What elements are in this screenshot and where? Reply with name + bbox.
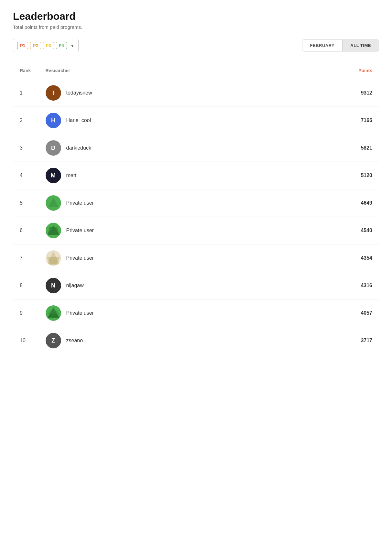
points-cell: 5821	[275, 134, 379, 162]
all-time-filter-button[interactable]: ALL TIME	[343, 40, 379, 51]
researcher-name[interactable]: Private user	[66, 310, 94, 316]
table-row: 3 D darkieduck 5821	[13, 134, 379, 162]
researcher-cell: Z zseano	[39, 327, 275, 355]
avatar: H	[46, 113, 61, 128]
researcher-name[interactable]: Private user	[66, 200, 94, 206]
points-cell: 3717	[275, 327, 379, 355]
table-row: 8 N nijagaw 4316	[13, 272, 379, 299]
rank-cell: 9	[13, 299, 39, 327]
pill-p1[interactable]: P1	[17, 42, 28, 49]
filter-pills: P1 P2 P3 P4 ▼	[13, 39, 79, 52]
table-row: 9 Private user 4057	[13, 299, 379, 327]
researcher-name[interactable]: Private user	[66, 255, 94, 261]
avatar: D	[46, 140, 61, 156]
researcher-cell: Private user	[39, 299, 275, 327]
table-row: 1 T todayisnew 9312	[13, 79, 379, 107]
avatar	[46, 195, 61, 211]
time-filter: FEBRUARY ALL TIME	[302, 40, 379, 51]
researcher-cell: Private user	[39, 244, 275, 272]
svg-marker-4	[48, 227, 59, 235]
controls-row: P1 P2 P3 P4 ▼ FEBRUARY ALL TIME	[13, 39, 379, 52]
table-row: 10 Z zseano 3717	[13, 327, 379, 355]
researcher-cell: T todayisnew	[39, 79, 275, 107]
researcher-cell: M mert	[39, 162, 275, 189]
table-row: 5 Private user 4649	[13, 189, 379, 217]
rank-cell: 5	[13, 189, 39, 217]
rank-cell: 2	[13, 107, 39, 134]
rank-cell: 4	[13, 162, 39, 189]
avatar	[46, 305, 61, 321]
rank-cell: 10	[13, 327, 39, 355]
researcher-name[interactable]: nijagaw	[66, 283, 84, 288]
points-cell: 9312	[275, 79, 379, 107]
rank-cell: 3	[13, 134, 39, 162]
pill-p4[interactable]: P4	[56, 42, 67, 49]
points-cell: 4354	[275, 244, 379, 272]
points-cell: 7165	[275, 107, 379, 134]
researcher-cell: Private user	[39, 189, 275, 217]
points-cell: 5120	[275, 162, 379, 189]
researcher-cell: Private user	[39, 217, 275, 244]
researcher-name[interactable]: Harie_cool	[66, 118, 91, 123]
researcher-name[interactable]: mert	[66, 173, 77, 178]
researcher-cell: N nijagaw	[39, 272, 275, 299]
rank-header: Rank	[13, 62, 39, 79]
researcher-name[interactable]: Private user	[66, 228, 94, 233]
leaderboard-table: Rank Researcher Points 1 T todayisnew 93…	[13, 62, 379, 355]
researcher-name[interactable]: zseano	[66, 338, 83, 344]
points-cell: 4649	[275, 189, 379, 217]
pill-p2[interactable]: P2	[30, 42, 41, 49]
february-filter-button[interactable]: FEBRUARY	[302, 40, 343, 51]
points-header: Points	[275, 62, 379, 79]
avatar: Z	[46, 333, 61, 348]
table-row: 6 Private user 4540	[13, 217, 379, 244]
researcher-name[interactable]: darkieduck	[66, 145, 91, 151]
researcher-cell: D darkieduck	[39, 134, 275, 162]
page-subtitle: Total points from paid programs.	[13, 24, 379, 30]
page-title: Leaderboard	[13, 10, 379, 22]
pill-p3[interactable]: P3	[43, 42, 54, 49]
avatar: M	[46, 168, 61, 183]
points-cell: 4057	[275, 299, 379, 327]
table-row: 2 H Harie_cool 7165	[13, 107, 379, 134]
rank-cell: 1	[13, 79, 39, 107]
avatar	[46, 250, 61, 266]
rank-cell: 7	[13, 244, 39, 272]
rank-cell: 8	[13, 272, 39, 299]
points-cell: 4316	[275, 272, 379, 299]
researcher-name[interactable]: todayisnew	[66, 90, 92, 96]
table-row: 4 M mert 5120	[13, 162, 379, 189]
table-header-row: Rank Researcher Points	[13, 62, 379, 79]
points-cell: 4540	[275, 217, 379, 244]
avatar: T	[46, 85, 61, 101]
filter-dropdown-arrow[interactable]: ▼	[70, 43, 75, 48]
researcher-cell: H Harie_cool	[39, 107, 275, 134]
researcher-header: Researcher	[39, 62, 275, 79]
table-row: 7 Private user 4354	[13, 244, 379, 272]
avatar: N	[46, 278, 61, 293]
rank-cell: 6	[13, 217, 39, 244]
avatar	[46, 223, 61, 238]
